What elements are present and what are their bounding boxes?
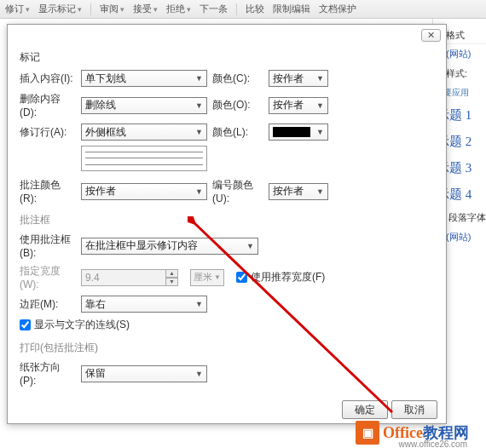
insert-label: 插入内容(I):	[20, 72, 76, 86]
dialog-footer: 确定 取消	[342, 400, 437, 419]
number-color-select[interactable]: 按作者▼	[269, 183, 328, 200]
ribbon-track[interactable]: 修订	[5, 3, 30, 15]
ribbon-accept[interactable]: 接受	[133, 3, 158, 15]
ribbon-sep	[90, 3, 91, 15]
color-c-label: 颜色(C):	[212, 72, 263, 86]
margin-select[interactable]: 靠右▼	[81, 296, 207, 313]
revise-select[interactable]: 外侧框线▼	[81, 123, 207, 141]
cancel-button[interactable]: 取消	[391, 400, 437, 419]
ribbon-sep2	[236, 3, 237, 15]
changed-lines-preview	[81, 146, 207, 171]
close-button[interactable]: ✕	[421, 29, 441, 42]
show-line-input[interactable]	[20, 319, 31, 330]
section-print: 打印(包括批注框)	[20, 341, 434, 355]
section-balloon: 批注框	[20, 213, 434, 227]
width-label: 指定宽度(W):	[20, 264, 76, 290]
width-unit-select: 厘米▼	[190, 269, 224, 286]
delete-select[interactable]: 删除线▼	[81, 97, 207, 114]
margin-label: 边距(M):	[20, 297, 76, 312]
insert-select[interactable]: 单下划线▼	[81, 70, 207, 87]
ribbon-review[interactable]: 审阅	[100, 3, 124, 15]
watermark-text: Office教程网	[383, 422, 469, 443]
office-icon: ▣	[356, 421, 379, 445]
ribbon-next[interactable]: 下一条	[200, 3, 228, 15]
ribbon-compare[interactable]: 比较	[246, 3, 264, 15]
number-color-label: 编号颜色(U):	[212, 178, 263, 204]
use-balloon-label: 使用批注框(B):	[20, 233, 76, 259]
width-spinner: ▲▼	[81, 269, 183, 286]
comment-color-label: 批注颜色(R):	[20, 178, 76, 204]
show-line-checkbox[interactable]: 显示与文字的连线(S)	[20, 318, 434, 332]
color-o-select[interactable]: 按作者▼	[269, 97, 328, 114]
use-rec-width-input[interactable]	[236, 272, 247, 283]
width-input	[81, 269, 166, 286]
paper-dir-label: 纸张方向(P):	[20, 360, 76, 387]
ribbon-reject[interactable]: 拒绝	[166, 3, 191, 15]
ribbon-protect[interactable]: 文档保护	[319, 3, 356, 15]
color-c-select[interactable]: 按作者▼	[269, 70, 328, 87]
dialog-titlebar: ✕	[8, 25, 446, 45]
color-swatch-black	[273, 127, 310, 137]
use-balloon-select[interactable]: 在批注框中显示修订内容▼	[81, 238, 258, 255]
color-l-select[interactable]: ▼	[269, 123, 328, 141]
track-changes-options-dialog: ✕ 标记 插入内容(I): 单下划线▼ 颜色(C): 按作者▼ 删除内容(D):…	[7, 24, 447, 424]
color-o-label: 颜色(O):	[212, 98, 263, 112]
color-l-label: 颜色(L):	[212, 125, 263, 140]
ribbon-showmarkup[interactable]: 显示标记	[38, 3, 82, 15]
ribbon-restrict[interactable]: 限制编辑	[273, 3, 310, 15]
ribbon-toolbar: 修订 显示标记 审阅 接受 拒绝 下一条 比较 限制编辑 文档保护	[0, 0, 486, 19]
section-markup: 标记	[20, 50, 434, 65]
watermark: ▣ Office教程网	[356, 421, 469, 445]
spin-down: ▼	[166, 278, 178, 286]
paper-dir-select[interactable]: 保留▼	[81, 365, 207, 382]
comment-color-select[interactable]: 按作者▼	[81, 183, 207, 200]
ok-button[interactable]: 确定	[342, 400, 388, 419]
use-rec-width-checkbox[interactable]: 使用推荐宽度(F)	[236, 270, 325, 284]
delete-label: 删除内容(D):	[20, 92, 76, 118]
revise-label: 修订行(A):	[20, 125, 76, 140]
spin-up: ▲	[166, 269, 178, 278]
